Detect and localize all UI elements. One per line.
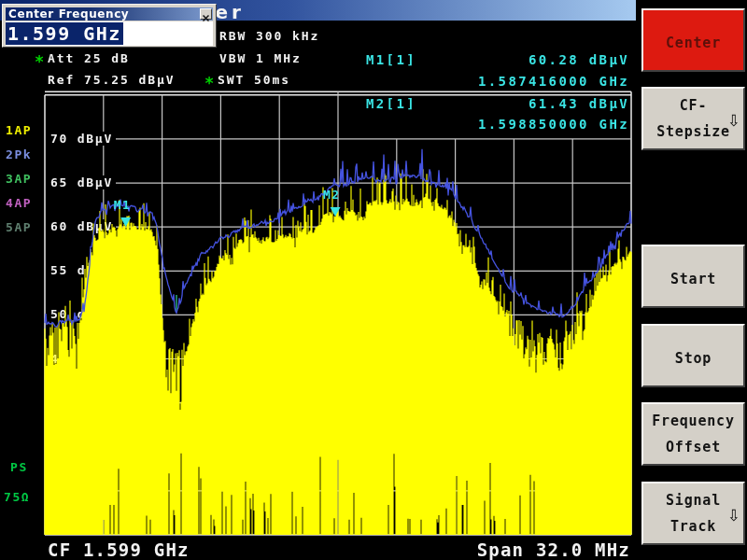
softkey-frequency-offset-label1: Frequency — [643, 413, 743, 429]
trace-plot: M1M2 — [0, 0, 747, 560]
submenu-arrow-icon: ⇩ — [727, 111, 740, 130]
softkey-frequency-offset[interactable]: Frequency Offset — [641, 402, 745, 466]
marker2-level: 61.43 dBµV — [420, 96, 629, 111]
softkey-start[interactable]: Start — [641, 245, 745, 308]
spectrum-analyzer-screen: Spectrum Analyzer 70 dBµV65 dBµV60 dBµV5… — [0, 0, 747, 560]
trace1-yellow — [45, 169, 631, 535]
submenu-arrow-icon: ⇩ — [727, 506, 740, 525]
marker2-flag-label: M2 — [323, 188, 341, 202]
softkey-center[interactable]: Center — [641, 8, 745, 72]
softkey-stop[interactable]: Stop — [641, 324, 745, 387]
softkey-frequency-offset-label2: Offset — [643, 439, 743, 455]
softkey-cf-stepsize[interactable]: CF- Stepsize ⇩ — [641, 87, 745, 150]
softkey-center-label: Center — [643, 35, 743, 51]
marker1-flag-label: M1 — [114, 198, 132, 212]
softkey-signal-track[interactable]: Signal Track ⇩ — [641, 482, 745, 545]
marker2-name: M2[1] — [366, 96, 416, 111]
softkey-stop-label: Stop — [643, 350, 743, 367]
marker2-frequency: 1.598850000 GHz — [420, 117, 629, 132]
softkey-start-label: Start — [643, 271, 743, 287]
